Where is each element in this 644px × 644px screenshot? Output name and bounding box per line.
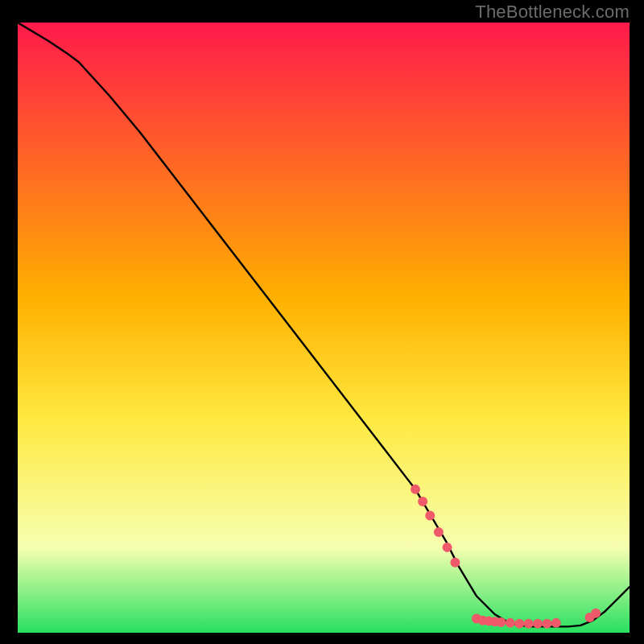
data-marker: [514, 619, 524, 629]
data-marker: [450, 558, 460, 568]
watermark-text: TheBottleneck.com: [475, 2, 630, 23]
chart-svg: [18, 23, 630, 633]
plot-area: [18, 23, 630, 633]
chart-frame: TheBottleneck.com: [0, 0, 644, 644]
data-marker: [542, 619, 551, 629]
data-marker: [443, 543, 452, 552]
gradient-background: [18, 23, 630, 633]
data-marker: [551, 618, 561, 628]
data-marker: [434, 527, 444, 537]
data-marker: [591, 609, 601, 618]
data-marker: [524, 619, 534, 629]
data-marker: [506, 618, 515, 628]
data-marker: [533, 619, 543, 629]
data-marker: [418, 497, 427, 506]
data-marker: [496, 617, 506, 627]
data-marker: [425, 510, 435, 520]
data-marker: [411, 485, 420, 494]
